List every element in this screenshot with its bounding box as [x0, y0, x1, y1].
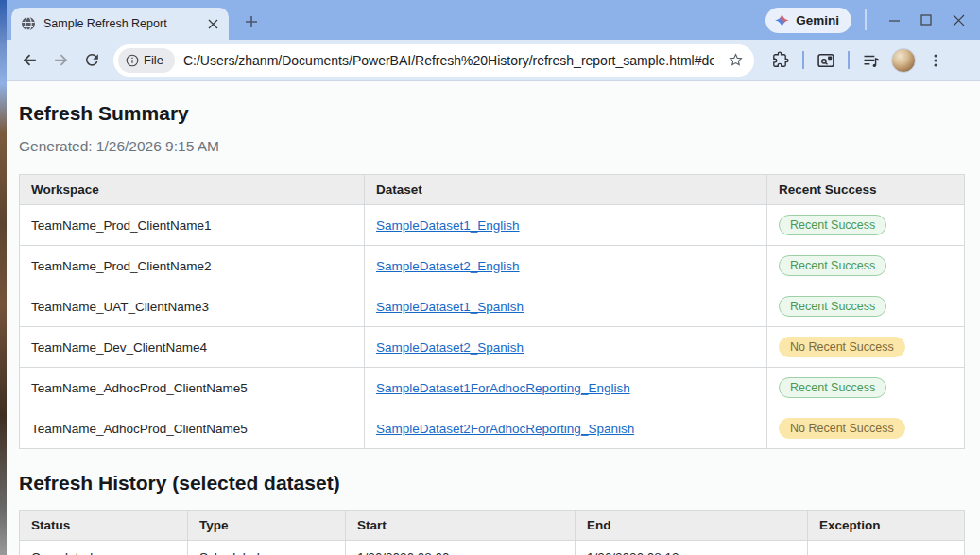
- col-header-workspace: Workspace: [20, 175, 365, 205]
- file-chip-label: File: [144, 53, 163, 67]
- table-row: Completed Scheduled 1/26/2026 08:00 1/26…: [20, 541, 965, 555]
- gemini-label: Gemini: [796, 13, 839, 27]
- table-row: TeamName_AdhocProd_ClientName5 SampleDat…: [20, 368, 965, 408]
- dataset-link[interactable]: SampleDataset2_Spanish: [376, 340, 524, 355]
- profile-avatar[interactable]: [891, 48, 916, 73]
- col-header-recent-success: Recent Success: [767, 175, 965, 205]
- summary-heading: Refresh Summary: [19, 102, 965, 125]
- toolbar-divider: [848, 51, 850, 69]
- media-playlist-icon[interactable]: [856, 45, 886, 76]
- col-header-start: Start: [346, 511, 576, 541]
- table-row: TeamName_UAT_ClientName3 SampleDataset1_…: [20, 286, 965, 327]
- status-cell: Completed: [20, 541, 188, 555]
- titlebar-right-controls: Gemini: [765, 0, 974, 40]
- address-bar[interactable]: File C:/Users/zhanm/Documents/PowerBAI/R…: [113, 44, 754, 77]
- table-row: TeamName_Dev_ClientName4 SampleDataset2_…: [20, 327, 965, 368]
- url-text[interactable]: C:/Users/zhanm/Documents/PowerBAI/Refres…: [183, 53, 714, 68]
- gemini-button[interactable]: Gemini: [765, 8, 851, 33]
- maximize-button[interactable]: [910, 6, 942, 34]
- browser-window: Sample Refresh Report Gemin: [7, 0, 980, 555]
- workspace-cell: TeamName_Dev_ClientName4: [20, 327, 365, 368]
- page-content: Refresh Summary Generated: 1/26/2026 9:1…: [7, 80, 980, 555]
- workspace-cell: TeamName_UAT_ClientName3: [20, 286, 365, 327]
- workspace-cell: TeamName_AdhocProd_ClientName5: [20, 368, 365, 408]
- status-badge: No Recent Success: [779, 337, 905, 357]
- titlebar-divider: [865, 9, 867, 30]
- col-header-type: Type: [188, 511, 346, 541]
- back-button[interactable]: [14, 44, 45, 76]
- info-icon: [126, 54, 139, 67]
- tab-strip: Sample Refresh Report Gemin: [7, 0, 980, 40]
- dataset-link[interactable]: SampleDataset1_Spanish: [376, 300, 524, 314]
- gemini-sparkle-icon: [774, 12, 790, 28]
- dataset-link[interactable]: SampleDataset2ForAdhocReporting_Spanish: [376, 422, 634, 436]
- reload-button[interactable]: [77, 44, 108, 76]
- refresh-summary-table: Workspace Dataset Recent Success TeamNam…: [19, 174, 965, 449]
- minimize-button[interactable]: [878, 6, 910, 34]
- dataset-link[interactable]: SampleDataset1ForAdhocReporting_English: [376, 381, 630, 395]
- browser-tab[interactable]: Sample Refresh Report: [11, 8, 229, 40]
- status-badge: Recent Success: [779, 296, 886, 317]
- extensions-icon[interactable]: [765, 45, 796, 76]
- bookmark-star-icon[interactable]: [722, 47, 748, 74]
- menu-kebab-icon[interactable]: [920, 45, 951, 76]
- workspace-cell: TeamName_AdhocProd_ClientName5: [20, 408, 365, 449]
- exception-cell: [808, 541, 965, 555]
- col-header-end: End: [576, 511, 808, 541]
- col-header-status: Status: [20, 511, 188, 541]
- side-panel-search-icon[interactable]: [811, 45, 841, 76]
- tab-close-icon[interactable]: [204, 15, 221, 32]
- new-tab-button[interactable]: [238, 9, 265, 35]
- table-row: TeamName_Prod_ClientName2 SampleDataset2…: [20, 246, 965, 286]
- globe-favicon-icon: [21, 16, 36, 31]
- history-heading: Refresh History (selected dataset): [19, 472, 965, 494]
- file-scheme-chip[interactable]: File: [118, 48, 175, 73]
- col-header-exception: Exception: [808, 511, 965, 541]
- status-badge: Recent Success: [779, 377, 886, 398]
- status-badge: Recent Success: [779, 215, 886, 235]
- workspace-cell: TeamName_Prod_ClientName2: [20, 246, 365, 286]
- summary-header-row: Workspace Dataset Recent Success: [20, 175, 965, 205]
- start-cell: 1/26/2026 08:00: [346, 541, 576, 555]
- desktop-wallpaper-sliver: [0, 0, 7, 555]
- end-cell: 1/26/2026 08:12: [576, 541, 808, 555]
- history-header-row: Status Type Start End Exception: [20, 511, 965, 541]
- window-close-button[interactable]: [942, 6, 974, 34]
- dataset-link[interactable]: SampleDataset2_English: [376, 259, 520, 273]
- status-badge: Recent Success: [779, 255, 886, 276]
- toolbar-divider: [802, 51, 804, 69]
- status-badge: No Recent Success: [779, 418, 905, 439]
- tab-title: Sample Refresh Report: [43, 17, 197, 30]
- table-row: TeamName_AdhocProd_ClientName5 SampleDat…: [20, 408, 965, 449]
- forward-button[interactable]: [45, 44, 77, 76]
- refresh-history-table: Status Type Start End Exception Complete…: [19, 510, 965, 555]
- col-header-dataset: Dataset: [365, 175, 767, 205]
- type-cell: Scheduled: [188, 541, 346, 555]
- generated-timestamp: Generated: 1/26/2026 9:15 AM: [19, 138, 965, 155]
- dataset-link[interactable]: SampleDataset1_English: [376, 218, 520, 233]
- workspace-cell: TeamName_Prod_ClientName1: [20, 205, 365, 246]
- browser-toolbar: File C:/Users/zhanm/Documents/PowerBAI/R…: [7, 40, 980, 80]
- table-row: TeamName_Prod_ClientName1 SampleDataset1…: [20, 205, 965, 246]
